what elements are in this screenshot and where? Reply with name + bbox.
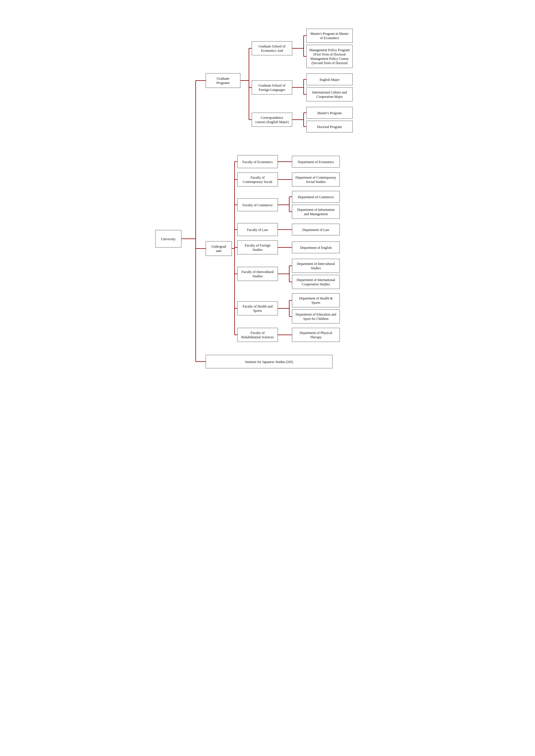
svg-text:uate: uate bbox=[216, 249, 222, 253]
grad-school-node: Graduate School ofForeign Languages bbox=[252, 81, 292, 94]
svg-rect-118 bbox=[292, 328, 340, 342]
dept-node: Department of English bbox=[292, 242, 340, 253]
dept-node: Department of Health &Sports bbox=[292, 293, 340, 307]
svg-text:Faculty of Commerce: Faculty of Commerce bbox=[242, 203, 272, 207]
svg-text:Faculty of Economics: Faculty of Economics bbox=[242, 160, 273, 164]
faculty-node: Faculty ofContemporary Social bbox=[238, 173, 278, 186]
svg-text:Faculty of Foreign: Faculty of Foreign bbox=[245, 243, 270, 247]
grad-dept-node: Management Policy Program(First Term of … bbox=[306, 45, 352, 68]
svg-text:Studies: Studies bbox=[252, 274, 263, 278]
svg-text:Institute for Japanese Studies: Institute for Japanese Studies (IJS) bbox=[245, 360, 293, 364]
svg-text:Sports: Sports bbox=[311, 301, 320, 305]
svg-text:Department of Contemporary: Department of Contemporary bbox=[295, 176, 336, 179]
svg-text:Undergrad: Undergrad bbox=[211, 245, 226, 249]
svg-text:Department of Law: Department of Law bbox=[302, 228, 329, 232]
svg-text:Programs: Programs bbox=[216, 81, 230, 85]
undergrad-node: Undergraduate bbox=[206, 241, 232, 256]
svg-rect-80 bbox=[238, 240, 278, 254]
svg-text:Contemporary Social: Contemporary Social bbox=[242, 180, 272, 184]
svg-text:Sports: Sports bbox=[253, 309, 262, 313]
svg-rect-97 bbox=[292, 275, 340, 289]
svg-text:Department of Economics: Department of Economics bbox=[297, 160, 334, 164]
dept-node: Department of InternationalCooperation S… bbox=[292, 275, 340, 289]
svg-text:Graduate School of: Graduate School of bbox=[258, 83, 285, 88]
svg-text:of Economics: of Economics bbox=[320, 36, 339, 40]
svg-text:Therapy: Therapy bbox=[310, 335, 322, 339]
svg-text:Management Policy Course: Management Policy Course bbox=[310, 57, 349, 61]
dept-node: Department of Economics bbox=[292, 156, 340, 167]
svg-rect-3 bbox=[252, 41, 292, 55]
svg-text:(First Term of Doctoral: (First Term of Doctoral bbox=[313, 52, 346, 56]
svg-rect-106 bbox=[292, 293, 340, 307]
grad-dept-node: International Culture andCooperation Maj… bbox=[306, 88, 352, 101]
institute-node: Institute for Japanese Studies (IJS) bbox=[206, 355, 332, 368]
graduate-programs-node: GraduatePrograms bbox=[206, 73, 240, 88]
svg-rect-87 bbox=[238, 267, 278, 281]
dept-node: Department of Commerce bbox=[292, 191, 340, 202]
svg-rect-46 bbox=[206, 73, 240, 88]
svg-text:Social Studies: Social Studies bbox=[306, 180, 326, 184]
svg-text:Department of Commerce: Department of Commerce bbox=[297, 195, 333, 199]
svg-rect-60 bbox=[292, 173, 340, 186]
svg-rect-113 bbox=[238, 328, 278, 342]
faculty-node: Faculty of Commerce bbox=[238, 199, 278, 211]
svg-rect-71 bbox=[292, 205, 340, 219]
svg-rect-9 bbox=[306, 29, 352, 42]
svg-text:Master's Program: Master's Program bbox=[317, 111, 342, 115]
faculty-node: Faculty of ForeignStudies bbox=[238, 240, 278, 254]
svg-text:Rehabilitation Sciences: Rehabilitation Sciences bbox=[241, 335, 274, 339]
svg-text:Faculty of Law: Faculty of Law bbox=[247, 228, 268, 232]
svg-text:Faculty of Health and: Faculty of Health and bbox=[242, 304, 272, 309]
svg-text:Department of Education and: Department of Education and bbox=[295, 312, 336, 316]
svg-text:Master's Program in Master: Master's Program in Master bbox=[310, 32, 349, 36]
svg-rect-131 bbox=[206, 241, 232, 256]
dept-node: Department of PhysicalTherapy bbox=[292, 328, 340, 342]
svg-text:English Major: English Major bbox=[320, 78, 339, 82]
svg-text:Management Policy Program: Management Policy Program bbox=[309, 48, 350, 52]
svg-text:Faculty of: Faculty of bbox=[250, 176, 265, 179]
svg-text:Graduate School of: Graduate School of bbox=[258, 44, 285, 48]
svg-text:Economics And: Economics And bbox=[261, 49, 283, 53]
svg-rect-110 bbox=[292, 310, 340, 323]
svg-text:Department of Intercultural: Department of Intercultural bbox=[297, 262, 335, 266]
grad-dept-node: Master's Program in Masterof Economics bbox=[306, 29, 352, 42]
svg-text:University: University bbox=[161, 237, 176, 241]
svg-rect-27 bbox=[306, 88, 352, 101]
svg-rect-18 bbox=[252, 81, 292, 94]
svg-text:Correspondence: Correspondence bbox=[261, 116, 283, 120]
svg-text:Doctoral Program: Doctoral Program bbox=[317, 125, 342, 129]
svg-text:Cooperation Major: Cooperation Major bbox=[316, 94, 343, 99]
svg-text:Faculty of: Faculty of bbox=[250, 331, 265, 335]
svg-text:Faculty of Intercultural: Faculty of Intercultural bbox=[241, 270, 274, 274]
svg-text:Department of Physical: Department of Physical bbox=[299, 331, 332, 335]
svg-text:and Management: and Management bbox=[304, 212, 328, 216]
grad-dept-node: English Major bbox=[306, 74, 352, 85]
grad-dept-node: Master's Program bbox=[306, 107, 352, 119]
faculty-node: Faculty of Health andSports bbox=[238, 302, 278, 315]
svg-text:Graduate: Graduate bbox=[217, 76, 229, 81]
svg-text:Department of Information: Department of Information bbox=[297, 208, 334, 212]
svg-text:Studies: Studies bbox=[311, 266, 321, 270]
root-node: University bbox=[155, 230, 181, 247]
faculty-node: Faculty of Law bbox=[238, 223, 278, 236]
svg-rect-55 bbox=[238, 173, 278, 186]
faculty-node: Faculty of Economics bbox=[238, 155, 278, 168]
svg-text:Department of Health &: Department of Health & bbox=[299, 296, 333, 300]
faculty-node: Faculty ofRehabilitation Sciences bbox=[238, 328, 278, 342]
dept-node: Department of Law bbox=[292, 224, 340, 235]
svg-text:International Culture and: International Culture and bbox=[312, 90, 347, 94]
org-chart: UniversityGraduate School ofEconomics An… bbox=[150, 14, 397, 391]
svg-text:Studies: Studies bbox=[252, 248, 263, 252]
svg-rect-100 bbox=[238, 302, 278, 315]
grad-school-node: Graduate School ofEconomics And bbox=[252, 41, 292, 55]
svg-text:Foreign Languages: Foreign Languages bbox=[258, 88, 285, 92]
page: UniversityGraduate School ofEconomics An… bbox=[138, 0, 397, 409]
svg-text:Department of International: Department of International bbox=[296, 278, 335, 282]
svg-text:Department of English: Department of English bbox=[300, 246, 331, 250]
dept-node: Department of ContemporarySocial Studies bbox=[292, 173, 340, 186]
grad-dept-node: Doctoral Program bbox=[306, 121, 352, 132]
svg-rect-30 bbox=[252, 113, 292, 126]
svg-text:(Second Term of Doctoral: (Second Term of Doctoral bbox=[311, 61, 348, 65]
svg-text:Sport for Children: Sport for Children bbox=[303, 317, 328, 321]
dept-node: Department of Education andSport for Chi… bbox=[292, 310, 340, 323]
